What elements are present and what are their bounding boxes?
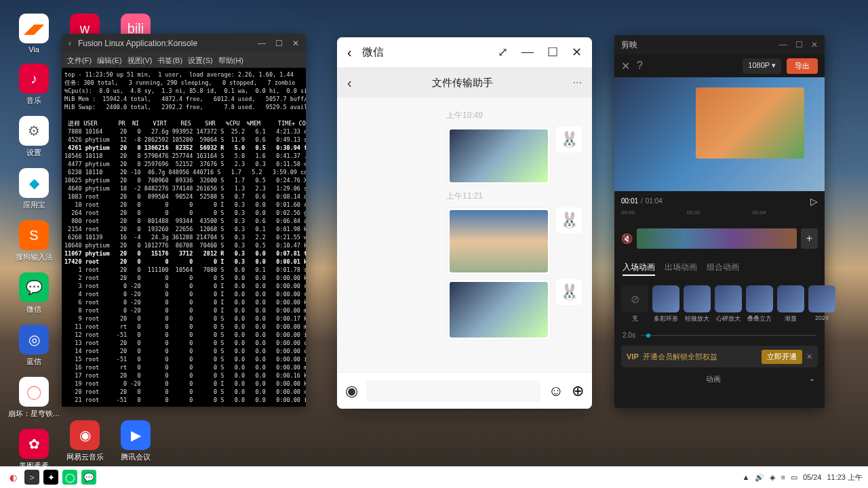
launcher-icon[interactable]: ◐ (5, 470, 20, 485)
effect-item[interactable]: 叠叠立方 (746, 285, 773, 323)
effect-item[interactable]: 多彩环形 (652, 285, 679, 323)
message-input[interactable] (366, 380, 540, 402)
tray-icon[interactable]: ≡ (781, 473, 785, 481)
timeline-clip[interactable] (637, 228, 797, 249)
menu-item[interactable]: 帮助(H) (218, 56, 243, 66)
minimize-icon[interactable]: — (521, 45, 534, 60)
minimize-icon[interactable]: — (779, 40, 787, 49)
avatar[interactable]: 🐰 (556, 127, 582, 152)
timeline[interactable]: 🔇 + (614, 220, 825, 258)
wechat-messages[interactable]: 上午10:49 🐰 上午11:21 🐰 🐰 (337, 98, 592, 372)
tab-combo-anim[interactable]: 组合动画 (707, 262, 739, 276)
desktop-icon[interactable]: ⚙ 设置 (14, 116, 54, 158)
wechat-chat-header: ‹ 文件传输助手 ··· (337, 68, 592, 98)
tb-app-icon[interactable]: ◯ (62, 470, 77, 485)
desktop-icon[interactable]: ◯ 崩坏：星穹铁… (14, 377, 54, 419)
play-icon[interactable]: ▷ (810, 196, 818, 207)
tab-enter-anim[interactable]: 入场动画 (623, 262, 655, 276)
back-icon[interactable]: ‹ (347, 45, 352, 60)
effects-row: ⊘ 无 多彩环形 轻微放大 心砰放大 叠叠立方 渐显 2024 (614, 280, 825, 329)
wechat-app-title: 微信 (362, 45, 384, 60)
jianying-window[interactable]: 剪映 — ☐ ✕ ✕ ? 1080P ▾ 导出 00:01 / 01:04 ▷ … (614, 35, 825, 408)
desktop-icon[interactable]: 💬 微信 (14, 272, 54, 314)
wechat-input-bar: ◉ ☺ ⊕ (337, 372, 592, 409)
desktop-icon[interactable]: ◢◤ Via (14, 14, 54, 54)
tb-wechat-icon[interactable]: 💬 (81, 470, 96, 485)
effect-item[interactable]: 2024 (808, 285, 835, 323)
konsole-menubar[interactable]: 文件(F)编辑(E)视图(V)书签(B)设置(S)帮助(H) (62, 53, 306, 68)
timestamp: 上午10:49 (347, 110, 582, 121)
desktop-icon[interactable]: ◎ 蓝信 (14, 325, 54, 367)
menu-item[interactable]: 文件(F) (67, 56, 92, 66)
tb-terminal-icon[interactable]: > (24, 470, 39, 485)
network-icon[interactable]: ▲ (743, 473, 750, 481)
close-icon[interactable]: ✕ (811, 40, 818, 49)
message-item[interactable]: 🐰 (347, 207, 582, 275)
menu-item[interactable]: 视图(V) (127, 56, 153, 66)
message-item[interactable]: 🐰 (347, 279, 582, 340)
effect-item[interactable]: ⊘ 无 (621, 285, 648, 323)
maximize-icon[interactable]: ☐ (275, 39, 283, 48)
tb-capcut-icon[interactable]: ✦ (43, 470, 58, 485)
avatar[interactable]: 🐰 (556, 207, 582, 233)
desktop-icon[interactable]: ◉ 网易云音乐 (64, 420, 105, 462)
vip-open-button[interactable]: 立即开通 (762, 350, 802, 364)
battery-icon[interactable]: ▭ (791, 473, 797, 482)
volume-icon[interactable]: 🔊 (755, 473, 764, 482)
effect-item[interactable]: 轻微放大 (684, 285, 711, 323)
minimize-icon[interactable]: — (258, 39, 266, 48)
close-icon[interactable]: ✕ (806, 352, 812, 361)
desktop-icon[interactable]: S 搜狗输入法 (14, 220, 54, 262)
menu-item[interactable]: 编辑(E) (97, 56, 122, 66)
emoji-icon[interactable]: ☺ (549, 382, 564, 400)
expand-icon[interactable]: ⤢ (498, 45, 508, 60)
desktop-icons-col1: ◢◤ Via ♪ 音乐 ⚙ 设置 ◆ 应用宝 S 搜狗输入法 💬 微信 ◎ 蓝信… (14, 14, 54, 471)
desktop-icon[interactable]: ▶ 腾讯会议 (115, 420, 156, 462)
effect-item[interactable]: 渐显 (777, 285, 804, 323)
wifi-icon[interactable]: ◈ (770, 473, 775, 482)
tab-exit-anim[interactable]: 出场动画 (665, 262, 697, 276)
menu-item[interactable]: 书签(B) (157, 56, 182, 66)
back-icon[interactable]: ‹ (68, 39, 71, 48)
maximize-icon[interactable]: ☐ (795, 40, 803, 49)
voice-icon[interactable]: ◉ (345, 382, 358, 400)
konsole-titlebar[interactable]: ‹ Fusion Linux Application:Konsole — ☐ ✕ (62, 34, 306, 53)
jianying-toolbar: ✕ ? 1080P ▾ 导出 (614, 54, 825, 77)
terminal-output[interactable]: top - 11:23:50 up 51 min, 1 user, load a… (62, 68, 306, 407)
taskbar[interactable]: ◐ > ✦ ◯ 💬 ▲ 🔊 ◈ ≡ ▭ 05/24 11:23 上午 (0, 466, 868, 488)
add-clip-icon[interactable]: + (801, 228, 818, 249)
help-icon[interactable]: ? (637, 60, 643, 72)
wechat-window[interactable]: ‹ 微信 ⤢ — ☐ ✕ ‹ 文件传输助手 ··· 上午10:49 🐰 上午11… (337, 37, 592, 409)
konsole-title: Fusion Linux Application:Konsole (78, 39, 197, 48)
close-icon[interactable]: ✕ (572, 45, 582, 60)
effect-item[interactable]: 心砰放大 (715, 285, 742, 323)
image-bubble[interactable] (447, 279, 551, 340)
preview-canvas[interactable] (614, 77, 825, 191)
desktop-icon-tencent-meeting: ▶ 腾讯会议 (115, 420, 156, 462)
image-bubble[interactable] (447, 127, 551, 185)
avatar[interactable]: 🐰 (556, 279, 582, 305)
chat-back-icon[interactable]: ‹ (347, 75, 352, 91)
maximize-icon[interactable]: ☐ (547, 45, 558, 60)
wechat-chat-title: 文件传输助手 (432, 77, 493, 89)
desktop-icon[interactable]: ♪ 音乐 (14, 64, 54, 106)
duration-slider[interactable]: 2.0s (614, 329, 825, 342)
export-button[interactable]: 导出 (787, 58, 818, 74)
desktop-icon[interactable]: ◆ 应用宝 (14, 168, 54, 210)
more-icon[interactable]: ··· (573, 77, 582, 89)
menu-item[interactable]: 设置(S) (188, 56, 213, 66)
jianying-titlebar[interactable]: 剪映 — ☐ ✕ (614, 35, 825, 54)
close-icon[interactable]: ✕ (621, 60, 630, 73)
wechat-titlebar[interactable]: ‹ 微信 ⤢ — ☐ ✕ (337, 37, 592, 68)
konsole-window[interactable]: ‹ Fusion Linux Application:Konsole — ☐ ✕… (62, 34, 306, 407)
message-item[interactable]: 🐰 (347, 127, 582, 185)
vip-banner[interactable]: VIP 开通会员解锁全部权益 立即开通 ✕ (621, 346, 818, 367)
mute-icon[interactable]: 🔇 (621, 233, 633, 244)
anim-panel-label[interactable]: 动画 ⌄ (614, 371, 825, 387)
add-icon[interactable]: ⊕ (572, 382, 584, 400)
taskbar-date: 05/24 (803, 473, 822, 481)
image-bubble[interactable] (447, 207, 551, 275)
desktop-icon[interactable]: ✿ 美图秀秀 (14, 429, 54, 471)
resolution-dropdown[interactable]: 1080P ▾ (743, 58, 781, 74)
close-icon[interactable]: ✕ (292, 39, 299, 48)
